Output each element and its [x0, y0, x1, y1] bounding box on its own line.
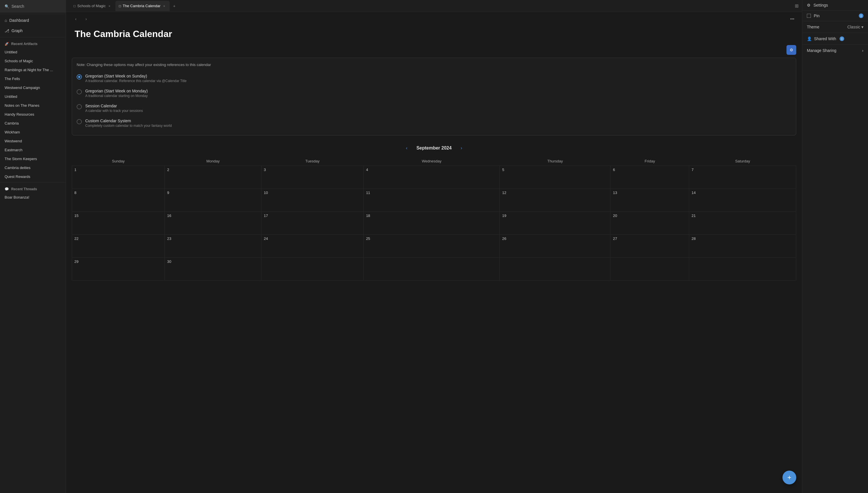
sidebar-artifact-7[interactable]: Handy Resources — [0, 110, 66, 119]
cal-cell-1-2[interactable]: 10 — [261, 189, 363, 212]
calendar-note: Note: Changing these options may affect … — [77, 63, 791, 67]
sidebar-item-graph[interactable]: ⎇ Graph — [0, 25, 66, 36]
sidebar-artifact-13[interactable]: Cambria deities — [0, 163, 66, 172]
settings-gear-container: ⚙ — [66, 45, 802, 58]
tab-doc-icon-1: □ — [73, 4, 76, 8]
cal-cell-2-1[interactable]: 16 — [165, 212, 261, 235]
back-button[interactable]: ‹ — [72, 15, 80, 23]
cal-cell-3-6[interactable]: 28 — [689, 235, 796, 258]
cal-cell-2-0[interactable]: 15 — [72, 212, 165, 235]
option-title-0: Gregorian (Start Week on Sunday) — [85, 74, 187, 78]
calendar-next-button[interactable]: › — [457, 144, 465, 152]
cal-cell-2-2[interactable]: 17 — [261, 212, 363, 235]
manage-sharing-button[interactable]: Manage Sharing › — [802, 45, 868, 56]
option-title-2: Session Calendar — [85, 104, 143, 108]
sidebar-artifact-11[interactable]: Eastmarch — [0, 146, 66, 154]
cal-cell-0-5[interactable]: 6 — [611, 166, 689, 189]
sidebar-artifact-5[interactable]: Untitled — [0, 92, 66, 101]
cal-cell-3-2[interactable]: 24 — [261, 235, 363, 258]
cal-cell-4-1[interactable]: 30 — [165, 258, 261, 281]
sidebar-thread-0[interactable]: Boar Bonanza! — [0, 193, 66, 202]
sidebar-artifact-6[interactable]: Notes on The Planes — [0, 101, 66, 110]
radio-custom[interactable] — [77, 119, 82, 124]
cal-cell-3-3[interactable]: 25 — [364, 235, 500, 258]
option-title-3: Custom Calendar System — [85, 119, 172, 123]
tab-add-button[interactable]: + — [170, 2, 178, 10]
radio-gregorian-sun[interactable] — [77, 74, 82, 80]
cal-cell-0-6[interactable]: 7 — [689, 166, 796, 189]
search-button[interactable]: 🔍 Search — [0, 0, 66, 13]
dow-thursday: Thursday — [500, 157, 611, 166]
calendar-prev-button[interactable]: ‹ — [403, 144, 411, 152]
chevron-right-icon: › — [862, 48, 863, 53]
panel-pin-item[interactable]: Pin i — [802, 10, 868, 21]
sidebar-item-dashboard[interactable]: ⌂ Dashboard — [0, 15, 66, 25]
sidebar-artifact-10[interactable]: Westwend — [0, 136, 66, 146]
fab-plus-icon: + — [787, 473, 791, 481]
tab-close-schools[interactable]: × — [107, 4, 111, 8]
cal-cell-1-0[interactable]: 8 — [72, 189, 165, 212]
more-options-button[interactable]: ••• — [788, 15, 796, 23]
sidebar-artifact-0[interactable]: Untitled — [0, 48, 66, 57]
sidebar-artifact-8[interactable]: Cambria — [0, 119, 66, 128]
cal-cell-3-0[interactable]: 22 — [72, 235, 165, 258]
artifact-icon: 🚀 — [5, 42, 9, 46]
cal-cell-1-4[interactable]: 12 — [500, 189, 611, 212]
cal-cell-1-1[interactable]: 9 — [165, 189, 261, 212]
pin-icon — [807, 14, 811, 18]
calendar-option-3[interactable]: Custom Calendar System Completely custom… — [77, 116, 791, 131]
cal-cell-1-3[interactable]: 11 — [364, 189, 500, 212]
cal-cell-4-5[interactable] — [611, 258, 689, 281]
theme-value-dropdown[interactable]: Classic ▾ — [847, 25, 863, 29]
cal-cell-0-2[interactable]: 3 — [261, 166, 363, 189]
cal-cell-4-6[interactable] — [689, 258, 796, 281]
sidebar-divider-1 — [0, 14, 66, 14]
layout-icon[interactable]: ⊞ — [793, 2, 800, 10]
tab-cambria-calendar[interactable]: □ The Cambria Calendar × — [115, 1, 170, 11]
cal-cell-4-2[interactable] — [261, 258, 363, 281]
sidebar-divider-2 — [0, 37, 66, 37]
calendar-option-1[interactable]: Gregorian (Start Week on Monday) A tradi… — [77, 86, 791, 101]
tab-close-cambria[interactable]: × — [162, 4, 166, 8]
sidebar-artifact-3[interactable]: The Fells — [0, 74, 66, 83]
cal-cell-0-4[interactable]: 5 — [500, 166, 611, 189]
cal-cell-2-5[interactable]: 20 — [611, 212, 689, 235]
panel-settings-item[interactable]: ⚙ Settings — [802, 0, 868, 10]
sidebar-artifact-14[interactable]: Quest Rewards — [0, 172, 66, 181]
dow-friday: Friday — [611, 157, 689, 166]
cal-cell-3-4[interactable]: 26 — [500, 235, 611, 258]
fab-add-button[interactable]: + — [782, 471, 796, 485]
radio-gregorian-mon[interactable] — [77, 89, 82, 94]
cal-cell-2-4[interactable]: 19 — [500, 212, 611, 235]
settings-gear-button[interactable]: ⚙ — [786, 45, 796, 55]
calendar-option-2[interactable]: Session Calendar A calendar with to trac… — [77, 101, 791, 116]
forward-button[interactable]: › — [82, 15, 90, 23]
cal-cell-4-0[interactable]: 29 — [72, 258, 165, 281]
sidebar-artifact-9[interactable]: Wickham — [0, 128, 66, 136]
dow-sunday: Sunday — [72, 157, 165, 166]
cal-cell-0-3[interactable]: 4 — [364, 166, 500, 189]
cal-cell-2-6[interactable]: 21 — [689, 212, 796, 235]
cal-cell-1-5[interactable]: 13 — [611, 189, 689, 212]
graph-icon: ⎇ — [5, 28, 9, 33]
sidebar-artifact-2[interactable]: Ramblings at Night for The ... — [0, 65, 66, 74]
sidebar-artifact-12[interactable]: The Storm Keepers — [0, 154, 66, 163]
cal-cell-3-1[interactable]: 23 — [165, 235, 261, 258]
radio-session[interactable] — [77, 104, 82, 109]
sidebar-artifact-4[interactable]: Westwend Campaign — [0, 83, 66, 92]
sidebar-artifact-1[interactable]: Schools of Magic — [0, 57, 66, 65]
cal-cell-0-1[interactable]: 2 — [165, 166, 261, 189]
cal-cell-4-4[interactable] — [500, 258, 611, 281]
cal-cell-0-0[interactable]: 1 — [72, 166, 165, 189]
shared-with-row: 👤 Shared With i — [802, 33, 868, 44]
forward-icon: › — [86, 17, 87, 21]
cal-cell-3-5[interactable]: 27 — [611, 235, 689, 258]
tab-cambria-label: The Cambria Calendar — [123, 4, 161, 8]
cal-cell-2-3[interactable]: 18 — [364, 212, 500, 235]
tab-schools-of-magic[interactable]: □ Schools of Magic × — [70, 1, 115, 11]
cal-cell-4-3[interactable] — [364, 258, 500, 281]
calendar-option-0[interactable]: Gregorian (Start Week on Sunday) A tradi… — [77, 71, 791, 86]
cal-cell-1-6[interactable]: 14 — [689, 189, 796, 212]
graph-label: Graph — [12, 28, 23, 33]
more-icon: ••• — [790, 17, 795, 21]
